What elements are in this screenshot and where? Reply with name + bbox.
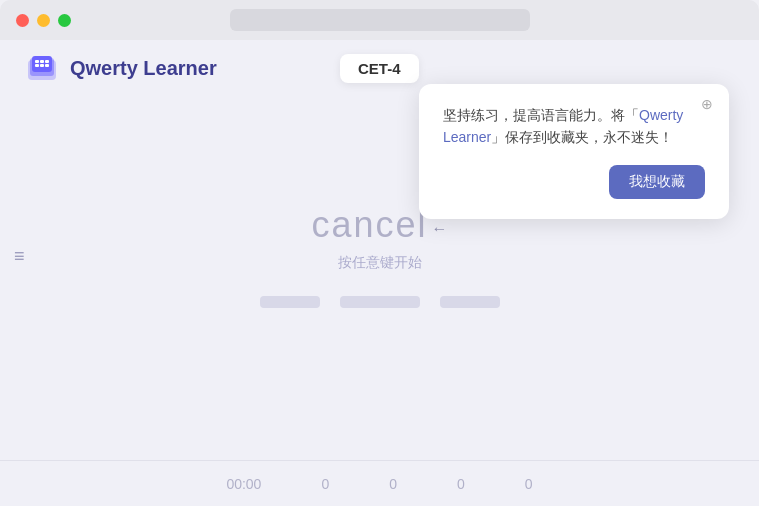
stat-2: 0 [389, 476, 397, 492]
svg-rect-8 [45, 64, 49, 67]
stat-1: 0 [321, 476, 329, 492]
logo-area: Qwerty Learner [24, 50, 217, 86]
stat-4: 0 [525, 476, 533, 492]
app-logo-icon [24, 50, 60, 86]
stat-2-value: 0 [389, 476, 397, 492]
browser-chrome [0, 0, 759, 40]
typing-cursor: ← [432, 220, 448, 238]
stat-1-value: 0 [321, 476, 329, 492]
svg-rect-5 [45, 60, 49, 63]
tooltip-popup: ⊕ 坚持练习，提高语言能力。将「Qwerty Learner」保存到收藏夹，永不… [419, 84, 729, 219]
traffic-light-red[interactable] [16, 14, 29, 27]
stat-time: 00:00 [226, 476, 261, 492]
word-stats [260, 296, 500, 308]
svg-rect-7 [40, 64, 44, 67]
tooltip-text: 坚持练习，提高语言能力。将「Qwerty Learner」保存到收藏夹，永不迷失… [443, 104, 705, 149]
traffic-light-green[interactable] [58, 14, 71, 27]
word-stat-2 [340, 296, 420, 308]
cet-badge[interactable]: CET-4 [340, 54, 419, 83]
svg-rect-6 [35, 64, 39, 67]
stat-3: 0 [457, 476, 465, 492]
start-hint: 按任意键开始 [338, 254, 422, 272]
bottom-bar: 00:00 0 0 0 0 [0, 460, 759, 506]
close-icon[interactable]: ⊕ [697, 94, 717, 114]
sidebar-menu-icon[interactable]: ≡ [14, 246, 25, 267]
typing-word: cancel [311, 204, 427, 246]
svg-rect-3 [35, 60, 39, 63]
stat-time-value: 00:00 [226, 476, 261, 492]
tooltip-text-part2: 」保存到收藏夹，永不迷失！ [491, 129, 673, 145]
stat-4-value: 0 [525, 476, 533, 492]
traffic-light-yellow[interactable] [37, 14, 50, 27]
stat-3-value: 0 [457, 476, 465, 492]
bookmark-button[interactable]: 我想收藏 [609, 165, 705, 199]
word-stat-1 [260, 296, 320, 308]
word-stat-3 [440, 296, 500, 308]
tooltip-text-part1: 坚持练习，提高语言能力。将「 [443, 107, 639, 123]
address-bar[interactable] [230, 9, 530, 31]
svg-rect-4 [40, 60, 44, 63]
app-title: Qwerty Learner [70, 57, 217, 80]
app-content: Qwerty Learner CET-4 ⊕ 坚持练习，提高语言能力。将「Qwe… [0, 40, 759, 506]
